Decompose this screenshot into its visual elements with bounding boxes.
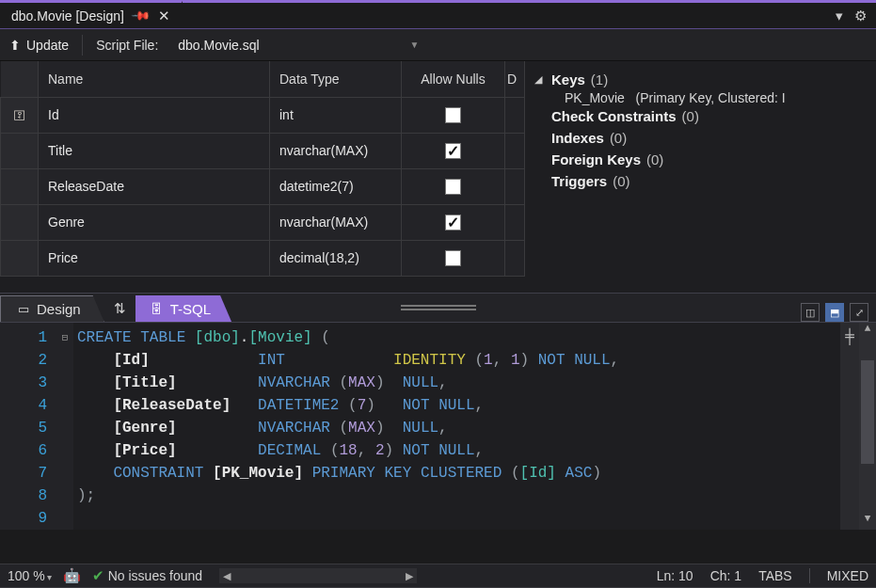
cell-type[interactable]: decimal(18,2) xyxy=(270,240,402,276)
row-header[interactable]: ⚿ xyxy=(1,97,39,133)
pk-name: PK_Movie xyxy=(565,90,625,105)
line-gutter: 123 456 789 xyxy=(0,323,56,530)
cell-allownulls[interactable] xyxy=(402,97,505,133)
cell-name[interactable]: Id xyxy=(39,97,270,133)
document-tab-title: dbo.Movie [Design] xyxy=(11,8,124,24)
code-area[interactable]: CREATE TABLE [dbo].[Movie] ( [Id] INT ID… xyxy=(73,323,840,530)
cell-default[interactable] xyxy=(505,133,525,168)
copilot-icon[interactable]: 🤖 xyxy=(63,567,81,584)
cell-name[interactable]: Genre xyxy=(39,204,270,240)
cell-default[interactable] xyxy=(505,204,525,240)
cell-allownulls[interactable] xyxy=(402,168,505,204)
table-icon: ▭ xyxy=(18,302,29,316)
checkbox-checked[interactable] xyxy=(445,143,461,159)
pin-icon[interactable]: 📌 xyxy=(131,6,151,26)
split-horizontal-button[interactable]: ⬒ xyxy=(825,303,844,322)
horizontal-scrollbar[interactable]: ◀ ▶ xyxy=(219,568,417,583)
scriptfile-value: dbo.Movie.sql xyxy=(178,38,259,53)
designer-main: Name Data Type Allow Nulls D ⚿ Id int Ti… xyxy=(0,61,876,293)
column-row: ⚿ Id int xyxy=(1,97,525,133)
scroll-right-icon[interactable]: ▶ xyxy=(402,570,417,582)
line-endings[interactable]: MIXED xyxy=(827,568,868,583)
col-header-name[interactable]: Name xyxy=(39,61,270,97)
checkbox[interactable] xyxy=(445,250,461,266)
tree-label: Foreign Keys xyxy=(551,151,641,167)
cell-allownulls[interactable] xyxy=(402,133,505,168)
scroll-down-icon[interactable]: ▼ xyxy=(859,513,876,530)
collapse-icon: ◢ xyxy=(534,73,546,86)
window-dropdown-icon[interactable]: ▾ xyxy=(836,8,843,24)
vertical-scrollbar[interactable]: ▲ ▼ xyxy=(859,323,876,530)
scrollbar-thumb[interactable] xyxy=(861,360,874,464)
tree-count: (0) xyxy=(682,108,699,124)
fold-gutter[interactable]: ⊟ xyxy=(56,323,73,530)
column-row: ReleaseDate datetime2(7) xyxy=(1,168,525,204)
tab-label: T-SQL xyxy=(170,301,211,317)
row-header[interactable] xyxy=(1,133,39,168)
cell-default[interactable] xyxy=(505,168,525,204)
checkbox[interactable] xyxy=(445,107,461,123)
line-indicator[interactable]: Ln: 10 xyxy=(657,568,693,583)
pk-desc: (Primary Key, Clustered: I xyxy=(635,90,785,105)
cell-allownulls[interactable] xyxy=(402,240,505,276)
tree-node-keys[interactable]: ◢ Keys (1) xyxy=(534,69,867,90)
tree-node-check-constraints[interactable]: Check Constraints (0) xyxy=(534,105,867,127)
split-vertical-button[interactable]: ◫ xyxy=(801,303,820,322)
indent-mode[interactable]: TABS xyxy=(758,568,792,583)
checkbox-checked[interactable] xyxy=(445,215,461,230)
columns-grid: Name Data Type Allow Nulls D ⚿ Id int Ti… xyxy=(0,61,525,293)
tab-tsql[interactable]: 🗄 T-SQL xyxy=(135,295,231,322)
tab-design[interactable]: ▭ Design xyxy=(0,295,104,322)
tree-label: Check Constraints xyxy=(551,108,677,124)
tree-label: Keys xyxy=(551,72,585,87)
designer-toolbar: ⬆ Update Script File: dbo.Movie.sql ▼ xyxy=(0,29,876,61)
update-button[interactable]: ⬆ Update xyxy=(9,38,69,53)
col-header-datatype[interactable]: Data Type xyxy=(270,61,402,97)
document-tab[interactable]: dbo.Movie [Design] 📌 ✕ xyxy=(0,1,183,28)
checkbox[interactable] xyxy=(445,179,461,195)
column-row: Title nvarchar(MAX) xyxy=(1,133,525,168)
tree-count: (1) xyxy=(591,72,608,87)
scriptfile-dropdown[interactable]: dbo.Movie.sql ▼ xyxy=(171,35,425,56)
table-properties-tree: ◢ Keys (1) PK_Movie (Primary Key, Cluste… xyxy=(525,61,876,293)
swap-panes-button[interactable]: ⇅ xyxy=(104,295,135,322)
cell-type[interactable]: nvarchar(MAX) xyxy=(270,133,402,168)
col-header-allownulls[interactable]: Allow Nulls xyxy=(402,61,505,97)
cell-type[interactable]: datetime2(7) xyxy=(270,168,402,204)
view-tabs: ▭ Design ⇅ 🗄 T-SQL ◫ ⬒ ⤢ xyxy=(0,293,876,323)
column-row: Price decimal(18,2) xyxy=(1,240,525,276)
cell-name[interactable]: ReleaseDate xyxy=(39,168,270,204)
zoom-level[interactable]: 100 %▾ xyxy=(8,568,52,583)
cell-type[interactable]: nvarchar(MAX) xyxy=(270,204,402,240)
sql-editor[interactable]: 123 456 789 ⊟ CREATE TABLE [dbo].[Movie]… xyxy=(0,323,876,530)
tree-node-foreign-keys[interactable]: Foreign Keys (0) xyxy=(534,149,867,170)
upload-icon: ⬆ xyxy=(9,38,21,53)
tree-node-indexes[interactable]: Indexes (0) xyxy=(534,127,867,149)
scriptfile-label: Script File: xyxy=(96,38,158,53)
row-header[interactable] xyxy=(1,168,39,204)
issues-indicator[interactable]: ✔No issues found xyxy=(92,567,202,584)
scroll-left-icon[interactable]: ◀ xyxy=(219,570,234,582)
editor-split-column[interactable]: ╪ xyxy=(840,323,859,530)
cell-allownulls[interactable] xyxy=(402,204,505,240)
tree-count: (0) xyxy=(610,130,627,146)
tree-item-pk[interactable]: PK_Movie (Primary Key, Clustered: I xyxy=(534,90,867,105)
chevron-down-icon: ▼ xyxy=(409,40,419,50)
cell-default[interactable] xyxy=(505,97,525,133)
tree-label: Triggers xyxy=(551,173,607,189)
col-header-default[interactable]: D xyxy=(505,61,525,97)
row-header[interactable] xyxy=(1,240,39,276)
splitter-handle[interactable] xyxy=(401,305,476,310)
close-icon[interactable]: ✕ xyxy=(158,8,170,24)
status-bar: 100 %▾ 🤖 ✔No issues found ◀ ▶ Ln: 10 Ch:… xyxy=(0,564,876,588)
tree-node-triggers[interactable]: Triggers (0) xyxy=(534,170,867,192)
column-indicator[interactable]: Ch: 1 xyxy=(710,568,741,583)
cell-default[interactable] xyxy=(505,240,525,276)
row-header[interactable] xyxy=(1,204,39,240)
scroll-up-icon[interactable]: ▲ xyxy=(859,323,876,340)
expand-button[interactable]: ⤢ xyxy=(850,303,868,322)
cell-type[interactable]: int xyxy=(270,97,402,133)
cell-name[interactable]: Price xyxy=(39,240,270,276)
cell-name[interactable]: Title xyxy=(39,133,270,168)
gear-icon[interactable]: ⚙ xyxy=(854,8,867,24)
